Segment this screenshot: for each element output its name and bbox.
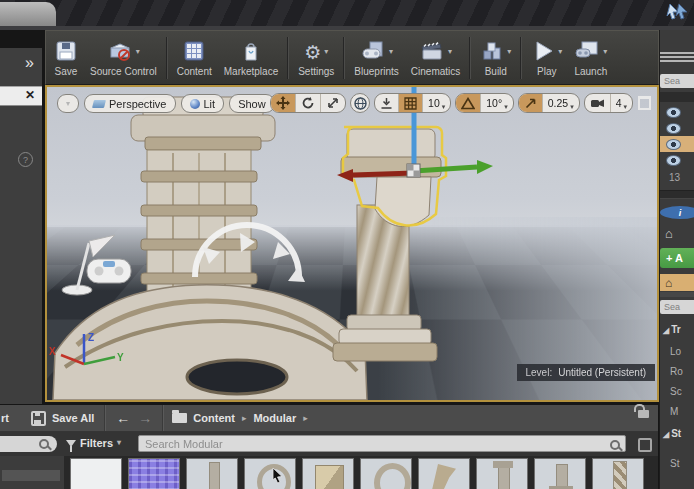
sources-panel[interactable] [0,456,64,489]
asset-thumbnail-bracket-mesh[interactable] [418,458,470,489]
tower-left-mesh[interactable] [131,97,275,300]
breadcrumb-content[interactable]: Content [193,412,235,424]
caret-down-icon[interactable]: ▾ [389,48,393,56]
blueprints-icon [360,39,386,65]
lit-mode-button[interactable]: Lit [181,94,225,113]
surface-snap-button[interactable] [375,94,398,112]
visibility-eye-icon[interactable] [666,107,681,118]
visibility-eye-icon[interactable] [666,139,681,150]
twisted-column-mesh-actor[interactable] [333,205,437,361]
asset-thumbnail-pillar-mesh[interactable] [186,458,238,489]
caret-down-icon[interactable]: ▾ [603,48,607,56]
expand-chevrons-icon[interactable]: » [25,54,34,72]
forward-button[interactable]: → [134,410,156,426]
caret-down-icon[interactable]: ▾ [448,48,452,56]
move-tool-button[interactable] [271,94,295,112]
transform-section-header[interactable]: ◢Tr [660,324,694,335]
show-flags-button[interactable]: Show [229,94,275,113]
asset-thumbnail-pedestal-mesh[interactable] [534,458,586,489]
scale-snap-value-button[interactable]: 0.25▾ [542,94,579,112]
transform-tools-group [270,93,346,113]
player-start-actor[interactable] [62,235,131,295]
globe-icon [354,97,367,110]
asset-thumbnail-blank-texture[interactable] [70,458,122,489]
breadcrumb-modular[interactable]: Modular [253,412,296,424]
caret-down-icon[interactable]: ▾ [507,48,511,56]
outliner-row[interactable] [660,104,694,120]
content-button[interactable]: Content [171,33,218,83]
grid-snap-toggle-button[interactable] [398,94,422,112]
asset-thumbnail-column-mesh[interactable] [476,458,528,489]
visibility-eye-icon[interactable] [666,155,681,166]
save-button[interactable]: Save [48,33,84,83]
caret-down-icon[interactable]: ▾ [324,48,328,56]
scale-snap-toggle-button[interactable] [519,94,542,112]
outliner-search-input[interactable]: Sea [660,74,694,88]
world-local-toggle-button[interactable] [350,93,370,113]
asset-thumbnail-ring-mesh[interactable] [360,458,412,489]
toolbar-separator [287,37,289,79]
add-component-button[interactable]: + A [660,248,694,268]
window-titlebar [0,0,694,30]
toolbar-separator [166,37,168,79]
asset-thumbnail-twisted-column-mesh[interactable] [592,458,644,489]
outliner-row[interactable] [660,120,694,136]
static-mesh-section-header[interactable]: ◢St [660,428,694,439]
camera-speed-button[interactable] [585,94,610,112]
breadcrumb-arrow-icon[interactable]: ▸ [242,413,247,423]
asset-thumbnail-normal-map-texture[interactable] [128,458,180,489]
scale-tool-button[interactable] [320,94,345,112]
rotation-property-label: Ro [660,366,694,377]
launch-button[interactable]: ▾ Launch [568,33,613,83]
import-button-fragment[interactable]: rt [1,412,9,424]
ornate-base-mesh[interactable] [53,285,367,400]
outliner-row[interactable] [660,152,694,168]
outliner-row-selected[interactable] [660,136,694,152]
asset-search-input[interactable] [138,435,626,452]
visibility-eye-icon[interactable] [666,123,681,134]
rotate-tool-button[interactable] [295,94,320,112]
maximize-viewport-button[interactable] [638,96,651,110]
info-icon[interactable]: i [660,206,694,219]
details-search-input[interactable]: Sea [660,300,694,314]
cinematics-button[interactable]: ▾ Cinematics [405,33,466,83]
help-icon[interactable]: ? [18,152,33,167]
caret-down-icon[interactable]: ▾ [558,48,562,56]
settings-button[interactable]: ⚙▾ Settings [292,33,340,83]
back-button[interactable]: ← [112,410,134,426]
list-options-icon[interactable] [660,50,694,64]
blueprints-button[interactable]: ▾ Blueprints [348,33,404,83]
pedestal-mesh-icon [535,459,585,489]
sources-search-input[interactable] [0,436,57,452]
lock-icon[interactable] [638,410,649,418]
caret-down-icon[interactable]: ▾ [136,48,140,56]
play-button[interactable]: ▾ Play [525,33,568,83]
asset-thumbnail-crate-mesh[interactable] [302,458,354,489]
camera-speed-group: 4▾ [584,93,633,113]
gizmo-x-axis[interactable] [353,173,414,175]
asset-thumbnail-arch-mesh[interactable] [244,458,296,489]
close-icon[interactable]: ✕ [25,88,35,102]
source-control-button[interactable]: ▾ Source Control [84,33,163,83]
marketplace-button[interactable]: Marketplace [218,33,284,83]
level-viewport[interactable]: Z X Y ▾ Perspective Lit Show 10▾ 10°▾ [45,85,659,402]
grid-snap-value-button[interactable]: 10▾ [422,94,450,112]
build-button[interactable]: ▾ Build [474,33,517,83]
content-browser-topbar: rt Save All ← → Content ▸ Modular ▸ [0,405,658,432]
save-all-button[interactable]: Save All [31,411,94,426]
perspective-icon [92,100,106,108]
rotation-snap-value-button[interactable]: 10°▾ [480,94,512,112]
filters-button[interactable]: Filters ▾ [66,437,121,449]
gizmo-y-arrowhead[interactable] [477,160,493,174]
rotation-snap-toggle-button[interactable] [456,94,480,112]
content-browser-icon [182,39,206,65]
viewport-options-button[interactable]: ▾ [57,94,79,113]
save-search-icon[interactable] [638,438,652,452]
camera-speed-value-button[interactable]: 4▾ [610,94,632,112]
marketplace-icon [239,39,263,65]
caret-down-icon: ▾ [504,103,508,110]
selected-component-row[interactable]: ⌂ [660,274,694,291]
breadcrumb-arrow-icon[interactable]: ▸ [303,413,308,423]
column-mesh-icon [477,459,527,489]
view-mode-button[interactable]: Perspective [84,94,175,113]
